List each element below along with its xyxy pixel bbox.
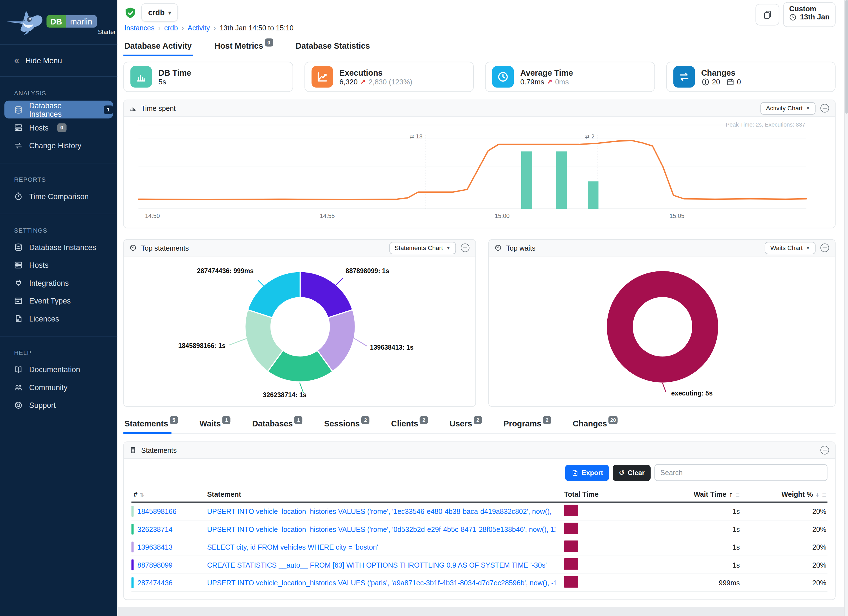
weight-value: 20% xyxy=(740,561,826,569)
event-types-icon xyxy=(14,296,23,305)
collapse-panel-button[interactable] xyxy=(820,103,830,113)
sidebar-item-settings-hosts[interactable]: Hosts xyxy=(4,256,113,274)
licence-icon xyxy=(14,314,23,323)
statement-id-link[interactable]: 326238714 xyxy=(138,525,173,533)
tab-sessions[interactable]: Sessions2 xyxy=(323,417,371,433)
tab-waits[interactable]: Waits1 xyxy=(199,417,232,433)
count-badge: 1 xyxy=(222,416,231,424)
sidebar-item-change-history[interactable]: Change History xyxy=(4,137,113,154)
svg-text:14:55: 14:55 xyxy=(320,213,335,219)
slice-label: 887898099: 1s xyxy=(345,267,389,275)
breadcrumb-crdb[interactable]: crdb xyxy=(164,24,178,32)
tab-host-metrics[interactable]: Host Metrics0 xyxy=(213,38,274,56)
page-bottom-strip xyxy=(117,607,848,616)
count-badge: 1 xyxy=(294,416,302,424)
database-icon xyxy=(14,105,23,114)
statement-link[interactable]: UPSERT INTO vehicle_location_histories V… xyxy=(196,579,555,587)
statement-id-link[interactable]: 139638413 xyxy=(138,543,173,551)
sidebar-item-community[interactable]: Community xyxy=(4,379,113,396)
count-badge: 20 xyxy=(609,416,618,424)
people-icon xyxy=(14,383,23,392)
sidebar-item-documentation[interactable]: Documentation xyxy=(4,360,113,378)
search-input[interactable] xyxy=(654,464,827,481)
slice-label: 1845898166: 1s xyxy=(124,342,225,350)
server-icon xyxy=(14,123,23,132)
sidebar-item-database-instances[interactable]: Database Instances 1 xyxy=(4,101,113,119)
tab-statements[interactable]: Statements5 xyxy=(123,417,179,433)
table-row: 1845898166 UPSERT INTO vehicle_location_… xyxy=(131,503,827,520)
sidebar-item-settings-database-instances[interactable]: Database Instances xyxy=(4,238,113,256)
statement-link[interactable]: UPSERT INTO vehicle_location_histories V… xyxy=(196,507,555,515)
time-spent-chart: Peak Time: 2s, Executions: 837 ⇄ 18⇄ 214… xyxy=(124,117,835,228)
sidebar-item-hosts[interactable]: Hosts 0 xyxy=(4,119,113,136)
col-total-time[interactable]: Total Time xyxy=(555,490,656,498)
statement-link[interactable]: UPSERT INTO vehicle_location_histories V… xyxy=(196,525,555,533)
count-badge: 5 xyxy=(170,416,178,424)
statements-chart-selector[interactable]: Statements Chart▼ xyxy=(389,242,456,254)
kpi-average-time: Average Time 0.79ms ↗ 0ms xyxy=(485,62,655,92)
vertical-scrollbar[interactable] xyxy=(844,0,848,616)
statement-color-key xyxy=(131,542,133,552)
panel-title: Time spent xyxy=(141,104,176,112)
export-button[interactable]: Export xyxy=(565,465,609,481)
wait-time-value: 1s xyxy=(656,525,740,533)
tab-changes[interactable]: Changes20 xyxy=(572,417,618,433)
col-id[interactable]: #⇅ xyxy=(131,490,196,498)
sidebar-item-licences[interactable]: Licences xyxy=(4,309,113,327)
sidebar-item-integrations[interactable]: Integrations xyxy=(4,274,113,291)
brand-marlin-badge: marlin xyxy=(66,15,96,28)
collapse-panel-button[interactable] xyxy=(820,445,830,455)
statement-link[interactable]: CREATE STATISTICS __auto__ FROM [63] WIT… xyxy=(196,561,555,569)
clear-button[interactable]: ↺ Clear xyxy=(613,465,651,481)
col-statement[interactable]: Statement xyxy=(196,490,555,498)
caret-down-icon: ▼ xyxy=(806,106,810,111)
sidebar-item-time-comparison[interactable]: Time Comparison xyxy=(4,187,113,205)
col-weight[interactable]: Weight %↓≡ xyxy=(740,490,826,498)
slice-label: 326238714: 1s xyxy=(263,391,307,399)
calendar-icon xyxy=(726,78,734,86)
info-icon xyxy=(701,78,709,86)
statement-id-link[interactable]: 287474436 xyxy=(138,579,173,587)
tab-database-activity[interactable]: Database Activity xyxy=(123,38,193,56)
svg-text:⇄ 2: ⇄ 2 xyxy=(585,133,594,140)
marlin-fish-icon xyxy=(4,7,46,36)
trend-up-icon: ↗ xyxy=(547,78,552,86)
table-row: 287474436 UPSERT INTO vehicle_location_h… xyxy=(131,574,827,592)
divider xyxy=(0,45,117,45)
waits-chart-selector[interactable]: Waits Chart▼ xyxy=(765,242,816,254)
table-header-row: #⇅ Statement Total Time Wait Time↑≡ Weig… xyxy=(131,486,827,503)
tab-programs[interactable]: Programs2 xyxy=(503,417,552,433)
database-icon xyxy=(14,243,23,251)
divider xyxy=(0,76,117,77)
tab-clients[interactable]: Clients2 xyxy=(390,417,429,433)
tab-databases[interactable]: Databases1 xyxy=(251,417,304,433)
statement-link[interactable]: SELECT city, id FROM vehicles WHERE city… xyxy=(196,543,555,551)
plug-icon xyxy=(14,279,23,287)
instance-selector[interactable]: crdb ▾ xyxy=(141,3,178,22)
section-title-reports: REPORTS xyxy=(0,169,117,187)
top-bar: crdb ▾ Instances › crdb › Activity › 13t… xyxy=(123,0,836,36)
tab-users[interactable]: Users2 xyxy=(448,417,483,433)
activity-chart-selector[interactable]: Activity Chart▼ xyxy=(761,102,816,114)
hide-menu-button[interactable]: « Hide Menu xyxy=(0,50,117,71)
collapse-panel-button[interactable] xyxy=(820,243,830,253)
time-range-button[interactable]: Custom 13th Jan xyxy=(783,2,836,27)
count-badge: 0 xyxy=(57,123,66,132)
top-statements-panel: Top statements Statements Chart▼ 2874744… xyxy=(123,239,476,407)
count-badge: 0 xyxy=(265,39,273,47)
statement-id-link[interactable]: 887898099 xyxy=(138,561,173,569)
exchange-icon xyxy=(14,141,23,150)
collapse-panel-button[interactable] xyxy=(460,243,470,253)
col-wait-time[interactable]: Wait Time↑≡ xyxy=(656,490,740,498)
total-time-bar xyxy=(564,576,578,587)
tab-database-statistics[interactable]: Database Statistics xyxy=(294,38,371,56)
statement-id-link[interactable]: 1845898166 xyxy=(138,507,176,515)
line-chart-icon xyxy=(311,66,333,88)
breadcrumb-activity[interactable]: Activity xyxy=(188,24,210,32)
breadcrumb: Instances › crdb › Activity › 13th Jan 1… xyxy=(124,24,294,32)
sidebar-item-event-types[interactable]: Event Types xyxy=(4,292,113,309)
sidebar-item-support[interactable]: Support xyxy=(4,396,113,414)
scrollbar-thumb[interactable] xyxy=(845,0,848,114)
copy-link-button[interactable] xyxy=(756,4,780,25)
breadcrumb-instances[interactable]: Instances xyxy=(124,24,154,32)
